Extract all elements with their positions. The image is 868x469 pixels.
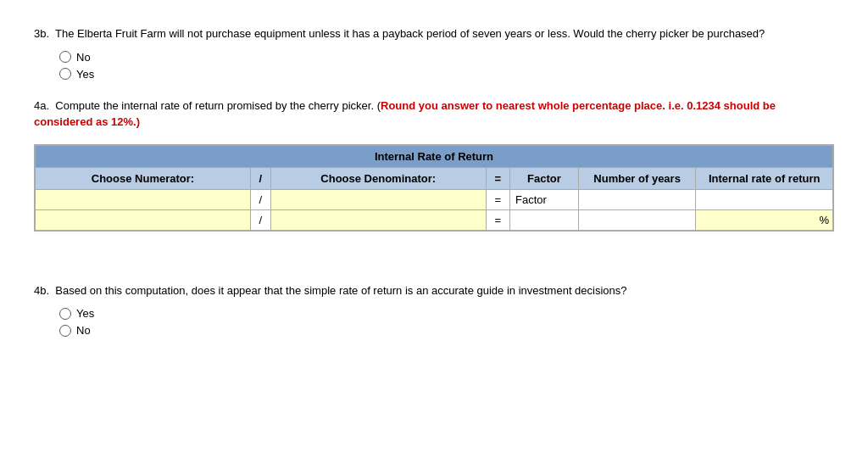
option-4b-no[interactable]: No [59,324,834,337]
percent-symbol: % [819,214,829,226]
radio-no-circle[interactable] [59,51,71,63]
option-yes[interactable]: Yes [59,68,834,81]
option-4b-yes[interactable]: Yes [59,307,834,320]
factor-cell-2 [510,209,579,230]
question-4b-text: 4b. Based on this computation, does it a… [34,282,834,299]
question-3b-text: 3b. The Elberta Fruit Farm will not purc… [34,25,834,42]
table-header-sub: Choose Numerator: / Choose Denominator: … [36,167,833,189]
irr-table: Internal Rate of Return Choose Numerator… [35,145,833,231]
col-header-equals: = [486,167,509,189]
years-input-2[interactable] [584,214,691,226]
option-no-label: No [76,51,91,64]
question-4a-text: 4a. Compute the internal rate of return … [34,98,834,131]
radio-4b-no-circle[interactable] [59,325,71,337]
irr-input-1[interactable] [701,193,827,206]
denominator-input-2[interactable] [276,214,481,226]
irr-cell-1[interactable] [696,189,833,209]
irr-input-2[interactable] [701,214,827,226]
years-cell-2[interactable] [578,209,696,230]
col-header-factor: Factor [510,167,579,189]
irr-table-container: Internal Rate of Return Choose Numerator… [34,144,834,232]
slash-cell-2: / [250,209,270,230]
option-yes-label: Yes [76,68,94,81]
numerator-input-1[interactable] [41,193,245,206]
radio-yes-circle[interactable] [59,68,71,80]
option-4b-yes-label: Yes [76,307,94,320]
question-3b: 3b. The Elberta Fruit Farm will not purc… [34,25,834,81]
option-4b-no-label: No [76,324,91,337]
table-title: Internal Rate of Return [36,145,833,167]
option-no[interactable]: No [59,51,834,64]
table-header-top: Internal Rate of Return [36,145,833,167]
table-row: / = % [36,209,833,230]
denominator-cell-2[interactable] [270,209,486,230]
question-3b-body: The Elberta Fruit Farm will not purchase… [55,27,765,40]
table-row: / = Factor [36,189,833,209]
numerator-cell-2[interactable] [36,209,251,230]
equals-cell-2: = [486,209,509,230]
denominator-cell-1[interactable] [270,189,486,209]
numerator-input-2[interactable] [41,214,245,226]
col-header-slash: / [250,167,270,189]
question-4a-body: Compute the internal rate of return prom… [55,99,381,112]
question-4b: 4b. Based on this computation, does it a… [34,282,834,338]
radio-4b-yes-circle[interactable] [59,308,71,320]
factor-cell-1: Factor [510,189,579,209]
question-4b-label: 4b. [34,284,49,297]
question-4b-options: Yes No [59,307,834,337]
equals-cell-1: = [486,189,509,209]
question-4b-body: Based on this computation, does it appea… [55,284,626,297]
question-4a: 4a. Compute the internal rate of return … [34,98,834,232]
col-header-irr: Internal rate of return [696,167,833,189]
col-header-numerator: Choose Numerator: [36,167,251,189]
question-4a-label: 4a. [34,99,49,112]
question-3b-label: 3b. [34,27,49,40]
question-3b-options: No Yes [59,51,834,81]
numerator-cell-1[interactable] [36,189,251,209]
slash-cell-1: / [250,189,270,209]
years-input-1[interactable] [584,193,691,206]
denominator-input-1[interactable] [276,193,481,206]
years-cell-1[interactable] [578,189,696,209]
col-header-denominator: Choose Denominator: [270,167,486,189]
irr-cell-2[interactable]: % [696,209,833,230]
col-header-years: Number of years [578,167,696,189]
